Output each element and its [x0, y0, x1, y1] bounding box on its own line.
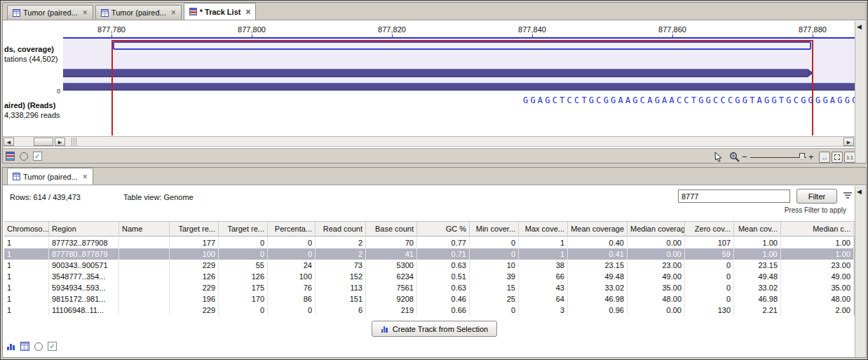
- table-cell: 1: [4, 237, 49, 248]
- collapse-side-panel-icon[interactable]: ◀: [857, 188, 862, 195]
- table-cell: 1: [4, 248, 49, 260]
- tab-tumor-table-1[interactable]: Tumor (paired... ×: [7, 5, 93, 20]
- zoom-out-button[interactable]: −: [742, 152, 747, 162]
- column-header[interactable]: Median c...: [781, 222, 854, 236]
- tab-tumor-table-2[interactable]: Tumor (paired... ×: [95, 5, 182, 20]
- table-cell: 35.00: [628, 282, 685, 293]
- track-list-panel: Tumor (paired... × Tumor (paired... × * …: [2, 2, 867, 164]
- table-row[interactable]: 15934934..593...2291757611375610.6315433…: [4, 282, 854, 293]
- filter-button[interactable]: Filter: [796, 189, 837, 204]
- zoom-slider-handle[interactable]: [799, 153, 805, 160]
- table-row[interactable]: 1877780..877879100002410.71010.410.00591…: [4, 248, 854, 260]
- track-list-icon: [189, 8, 197, 15]
- filter-input[interactable]: [678, 189, 790, 203]
- collapse-side-panel-icon[interactable]: ◀: [857, 23, 862, 30]
- track-view-icon[interactable]: [6, 342, 15, 351]
- table-cell: 7561: [366, 282, 417, 293]
- table-cell: 70: [366, 237, 417, 248]
- horizontal-scrollbar[interactable]: ◀ ▶ ▶: [3, 136, 855, 147]
- annotation-bar[interactable]: [63, 69, 808, 77]
- table-cell: 1.00: [734, 237, 781, 248]
- tab-tumor-table[interactable]: Tumor (paired... ×: [7, 168, 93, 185]
- track1-name: ds, coverage): [4, 45, 63, 53]
- column-header[interactable]: Region: [49, 222, 119, 236]
- column-header[interactable]: Zero cov...: [685, 222, 734, 236]
- table-cell: 23.15: [734, 260, 781, 271]
- notes-view-icon[interactable]: ✓: [48, 342, 57, 351]
- circle-view-icon[interactable]: [20, 152, 30, 162]
- tab-track-list[interactable]: * Track List ×: [184, 3, 257, 20]
- column-header[interactable]: Percenta...: [268, 222, 316, 236]
- create-track-button-label: Create Track from Selection: [393, 325, 488, 333]
- table-cell: 59: [685, 248, 734, 260]
- column-header[interactable]: Mean cov...: [734, 222, 781, 236]
- advanced-filter-icon[interactable]: [843, 192, 853, 201]
- ruler-tick-label: 877,800: [238, 25, 266, 34]
- table-cell: [119, 260, 170, 271]
- scroll-right-button[interactable]: ▶: [55, 138, 65, 146]
- zoom-slider-track[interactable]: [750, 157, 806, 158]
- table-cell: 46.98: [734, 293, 781, 305]
- zoom-fit-width-icon[interactable]: ↔: [819, 152, 830, 163]
- column-header[interactable]: Median coverage: [628, 222, 685, 236]
- selected-annotation-box[interactable]: [113, 41, 811, 50]
- table-cell: 24: [268, 260, 316, 271]
- close-icon[interactable]: ×: [83, 9, 88, 16]
- table-row[interactable]: 19815172..981...1961708615192080.4625644…: [4, 293, 854, 305]
- circle-view-icon[interactable]: [34, 342, 43, 351]
- zoom-magnifier-icon[interactable]: [729, 152, 740, 162]
- column-header[interactable]: Chromoso...: [4, 222, 49, 236]
- column-header[interactable]: Name: [119, 222, 170, 236]
- table-cell: 0: [685, 282, 734, 293]
- cursor-pointer-icon[interactable]: [714, 152, 724, 162]
- table-actions: Create Track from Selection: [3, 321, 866, 339]
- table-cell: 1: [4, 282, 49, 293]
- column-header[interactable]: Target re...: [170, 222, 219, 236]
- table-cell: 5300: [366, 260, 417, 271]
- column-header[interactable]: Target re...: [219, 222, 268, 236]
- table-cell: 76: [268, 282, 316, 293]
- create-track-button[interactable]: Create Track from Selection: [372, 321, 497, 337]
- table-row[interactable]: 1900343..90057122955247353000.63103823.1…: [4, 260, 854, 271]
- table-cell: 130: [685, 305, 734, 316]
- table-row[interactable]: 13548777..354...12612610015262340.513966…: [4, 271, 854, 282]
- column-header[interactable]: Min cover...: [470, 222, 519, 236]
- table-cell: 0: [685, 271, 734, 282]
- table-cell: 126: [219, 271, 268, 282]
- application-window: Tumor (paired... × Tumor (paired... × * …: [0, 0, 868, 360]
- table-cell: 0.71: [417, 248, 470, 260]
- table-cell: 73: [316, 260, 366, 271]
- zoom-100-icon[interactable]: 1:1: [844, 152, 855, 163]
- table-cell: 877780..877879: [49, 248, 119, 260]
- table-icon: [13, 9, 20, 17]
- column-header[interactable]: Max cove...: [519, 222, 568, 236]
- table-cell: 1: [519, 248, 568, 260]
- table-cell: 0.46: [417, 293, 470, 305]
- label-column-splitter[interactable]: [72, 138, 76, 146]
- annotation-bar[interactable]: [63, 83, 855, 91]
- zoom-in-button[interactable]: +: [808, 152, 814, 162]
- notes-view-icon[interactable]: ✓: [33, 152, 43, 162]
- table-cell: 0.96: [568, 305, 628, 316]
- table-cell: 1.00: [781, 237, 854, 248]
- zoom-selection-icon[interactable]: [832, 152, 843, 163]
- table-row[interactable]: 111106948..11...2290062190.66030.960.001…: [4, 305, 854, 316]
- column-header[interactable]: GC %: [417, 222, 470, 236]
- column-header[interactable]: Base count: [366, 222, 417, 236]
- scroll-left-button[interactable]: ◀: [4, 138, 14, 146]
- table-header-row: Chromoso...RegionNameTarget re...Target …: [4, 221, 854, 236]
- track-list-view-icon[interactable]: [6, 152, 16, 162]
- close-icon[interactable]: ×: [171, 9, 176, 16]
- table-icon: [101, 9, 109, 17]
- scrollbar-thumb[interactable]: [34, 138, 53, 146]
- table-cell: 23.00: [628, 260, 685, 271]
- column-header[interactable]: Read count: [316, 222, 366, 236]
- table-cell: 9208: [366, 293, 417, 305]
- table-row[interactable]: 1877732..877908177002700.77010.400.00107…: [4, 237, 854, 248]
- table-view-icon[interactable]: [20, 342, 29, 351]
- close-icon[interactable]: ×: [83, 173, 88, 180]
- table-cell: 0.51: [417, 271, 470, 282]
- scroll-right-end-button[interactable]: ▶: [843, 138, 854, 146]
- column-header[interactable]: Mean coverage: [568, 222, 628, 236]
- close-icon[interactable]: ×: [245, 8, 250, 15]
